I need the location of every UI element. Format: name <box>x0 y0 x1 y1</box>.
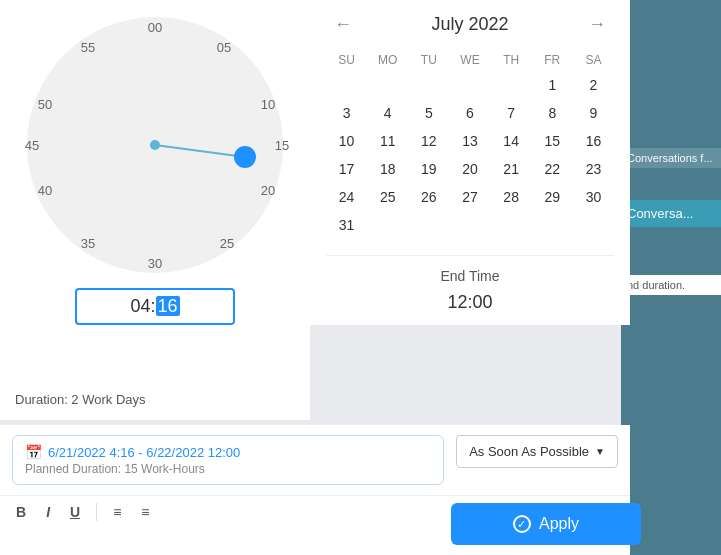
calendar-day <box>491 211 532 239</box>
apply-check-icon: ✓ <box>513 515 531 533</box>
calendar-day[interactable]: 30 <box>573 183 614 211</box>
calendar-day <box>449 71 490 99</box>
time-input-container: 04:16 <box>75 288 235 325</box>
svg-text:05: 05 <box>217 40 231 55</box>
italic-button[interactable]: I <box>42 502 54 522</box>
calendar-day[interactable]: 29 <box>532 183 573 211</box>
svg-text:50: 50 <box>38 97 52 112</box>
calendar-week-row: 3456789 <box>326 99 614 127</box>
calendar-weekday-row: SU MO TU WE TH FR SA <box>326 49 614 71</box>
toolbar-divider <box>96 503 97 521</box>
calendar-day[interactable]: 31 <box>326 211 367 239</box>
calendar-day[interactable]: 10 <box>326 127 367 155</box>
calendar-prev-button[interactable]: ← <box>326 12 360 37</box>
weekday-mo: MO <box>367 49 408 71</box>
calendar-day[interactable]: 22 <box>532 155 573 183</box>
weekday-fr: FR <box>532 49 573 71</box>
svg-text:20: 20 <box>261 183 275 198</box>
calendar-day[interactable]: 7 <box>491 99 532 127</box>
svg-text:40: 40 <box>38 183 52 198</box>
calendar-day[interactable]: 3 <box>326 99 367 127</box>
time-display: 04:16 <box>75 288 235 325</box>
main-container: Conversations f... Conversa... nd durati… <box>0 0 721 555</box>
calendar-day[interactable]: 27 <box>449 183 490 211</box>
calendar-week-row: 17181920212223 <box>326 155 614 183</box>
as-soon-label: As Soon As Possible <box>469 444 589 459</box>
calendar-day[interactable]: 20 <box>449 155 490 183</box>
date-range-main: 6/21/2022 4:16 - 6/22/2022 12:00 <box>48 445 240 460</box>
calendar-day[interactable]: 17 <box>326 155 367 183</box>
calendar-day[interactable]: 8 <box>532 99 573 127</box>
weekday-su: SU <box>326 49 367 71</box>
calendar-day[interactable]: 12 <box>408 127 449 155</box>
weekday-tu: TU <box>408 49 449 71</box>
calendar-day[interactable]: 19 <box>408 155 449 183</box>
svg-text:15: 15 <box>275 138 289 153</box>
calendar-week-row: 10111213141516 <box>326 127 614 155</box>
weekday-th: TH <box>491 49 532 71</box>
calendar-day[interactable]: 1 <box>532 71 573 99</box>
date-range-sub: Planned Duration: 15 Work-Hours <box>25 462 431 476</box>
calendar-day <box>532 211 573 239</box>
svg-text:00: 00 <box>148 20 162 35</box>
calendar-day[interactable]: 18 <box>367 155 408 183</box>
right-panel: Conversations f... Conversa... nd durati… <box>621 0 721 555</box>
weekday-we: WE <box>449 49 490 71</box>
end-time-section: End Time 12:00 <box>326 255 614 313</box>
calendar-grid: SU MO TU WE TH FR SA 1234567891011121314… <box>326 49 614 239</box>
calendar-day <box>573 211 614 239</box>
calendar-day[interactable]: 15 <box>532 127 573 155</box>
calendar-day[interactable]: 26 <box>408 183 449 211</box>
svg-text:10: 10 <box>261 97 275 112</box>
calendar-body: 1234567891011121314151617181920212223242… <box>326 71 614 239</box>
calendar-day[interactable]: 25 <box>367 183 408 211</box>
calendar-day[interactable]: 9 <box>573 99 614 127</box>
calendar-day <box>367 71 408 99</box>
svg-text:55: 55 <box>81 40 95 55</box>
calendar-day[interactable]: 24 <box>326 183 367 211</box>
calendar-day <box>491 71 532 99</box>
calendar-day <box>326 71 367 99</box>
calendar-week-row: 24252627282930 <box>326 183 614 211</box>
calendar-day[interactable]: 2 <box>573 71 614 99</box>
calendar-day[interactable]: 6 <box>449 99 490 127</box>
calendar-day[interactable]: 13 <box>449 127 490 155</box>
calendar-day <box>408 211 449 239</box>
calendar-next-button[interactable]: → <box>580 12 614 37</box>
svg-text:45: 45 <box>25 138 39 153</box>
calendar-day <box>449 211 490 239</box>
bold-button[interactable]: B <box>12 502 30 522</box>
time-hours: 04: <box>130 296 155 316</box>
calendar-day[interactable]: 21 <box>491 155 532 183</box>
weekday-sa: SA <box>573 49 614 71</box>
as-soon-chevron-icon: ▼ <box>595 446 605 457</box>
end-time-value: 12:00 <box>326 292 614 313</box>
calendar-week-row: 31 <box>326 211 614 239</box>
list-ordered-button[interactable]: ≡ <box>137 502 153 522</box>
calendar-week-row: 12 <box>326 71 614 99</box>
date-range-calendar-icon: 📅 <box>25 444 42 460</box>
calendar-title: July 2022 <box>431 14 508 35</box>
svg-text:30: 30 <box>148 256 162 271</box>
calendar-day <box>367 211 408 239</box>
calendar-day[interactable]: 5 <box>408 99 449 127</box>
date-range-box: 📅 6/21/2022 4:16 - 6/22/2022 12:00 Plann… <box>12 435 444 485</box>
svg-text:35: 35 <box>81 236 95 251</box>
calendar-day[interactable]: 4 <box>367 99 408 127</box>
underline-button[interactable]: U <box>66 502 84 522</box>
calendar-day[interactable]: 11 <box>367 127 408 155</box>
list-button[interactable]: ≡ <box>109 502 125 522</box>
calendar-container: ← July 2022 → SU MO TU WE TH FR SA 12345… <box>310 0 630 325</box>
as-soon-dropdown[interactable]: As Soon As Possible ▼ <box>456 435 618 468</box>
svg-point-15 <box>234 146 256 168</box>
apply-label: Apply <box>539 515 579 533</box>
calendar-day <box>408 71 449 99</box>
calendar-day[interactable]: 23 <box>573 155 614 183</box>
apply-button[interactable]: ✓ Apply <box>451 503 641 545</box>
calendar-day[interactable]: 28 <box>491 183 532 211</box>
calendar-day[interactable]: 14 <box>491 127 532 155</box>
right-panel-text2: Conversa... <box>621 200 721 227</box>
clock-widget: 00 05 10 15 20 25 30 35 40 45 50 55 <box>0 0 310 420</box>
calendar-day[interactable]: 16 <box>573 127 614 155</box>
end-time-label: End Time <box>326 268 614 284</box>
